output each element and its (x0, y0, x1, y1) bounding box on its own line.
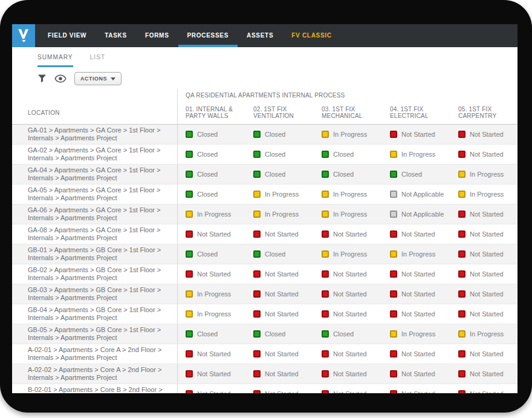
status-cell[interactable]: In Progress (177, 304, 245, 324)
status-cell[interactable]: Not Started (177, 264, 245, 284)
location-cell[interactable]: GB-03 > Apartments > GB Core > 1st Floor… (12, 284, 177, 304)
status-cell[interactable]: Not Started (450, 364, 517, 384)
status-cell[interactable]: Not Started (450, 264, 517, 284)
status-cell[interactable]: Not Started (450, 284, 517, 304)
status-cell[interactable]: Closed (245, 244, 314, 264)
status-cell[interactable]: Closed (177, 185, 245, 204)
status-cell[interactable]: Not Started (314, 384, 382, 393)
status-cell[interactable]: Not Started (177, 384, 245, 393)
status-cell[interactable]: Not Started (177, 344, 245, 364)
status-cell[interactable]: Not Started (245, 284, 314, 304)
status-cell[interactable]: In Progress (314, 125, 382, 144)
status-cell[interactable]: In Progress (314, 204, 382, 224)
status-cell[interactable]: Not Started (450, 304, 517, 324)
status-cell[interactable]: Closed (245, 125, 314, 144)
status-cell[interactable]: In Progress (382, 244, 450, 264)
status-cell[interactable]: In Progress (382, 324, 450, 344)
status-cell[interactable]: Not Applicable (382, 185, 450, 204)
status-cell[interactable]: Not Started (245, 344, 314, 364)
fieldview-logo[interactable] (12, 24, 35, 47)
status-cell[interactable]: Not Started (314, 284, 382, 304)
status-cell[interactable]: In Progress (314, 244, 382, 264)
status-cell[interactable]: Not Started (450, 244, 517, 264)
location-cell[interactable]: GA-02 > Apartments > GA Core > 1st Floor… (12, 145, 177, 164)
status-cell[interactable]: Not Started (177, 364, 245, 384)
status-label: Not Started (470, 131, 504, 138)
status-cell[interactable]: Closed (177, 324, 245, 344)
status-cell[interactable]: In Progress (177, 204, 245, 224)
status-cell[interactable]: In Progress (450, 185, 517, 204)
status-label: In Progress (470, 171, 504, 178)
status-cell[interactable]: Closed (245, 165, 314, 184)
status-cell[interactable]: In Progress (450, 324, 517, 344)
status-cell[interactable]: In Progress (245, 185, 314, 204)
location-cell[interactable]: A-02-02 > Apartments > Core A > 2nd Floo… (12, 364, 177, 384)
status-cell[interactable]: Not Started (382, 304, 450, 324)
location-cell[interactable]: GA-01 > Apartments > GA Core > 1st Floor… (12, 125, 177, 144)
nav-tab-forms[interactable]: FORMS (136, 24, 178, 47)
status-cell[interactable]: Not Started (450, 204, 517, 224)
status-cell[interactable]: Not Started (382, 125, 450, 144)
location-cell[interactable]: GB-04 > Apartments > GB Core > 1st Floor… (12, 304, 177, 324)
location-cell[interactable]: B-02-01 > Apartments > Core B > 2nd Floo… (12, 384, 177, 393)
status-cell[interactable]: Closed (382, 165, 450, 184)
status-cell[interactable]: Not Started (382, 364, 450, 384)
location-cell[interactable]: GB-01 > Apartments > GB Core > 1st Floor… (12, 244, 177, 264)
location-cell[interactable]: GA-05 > Apartments > GA Core > 1st Floor… (12, 185, 177, 204)
actions-button[interactable]: ACTIONS (74, 72, 122, 85)
eye-icon[interactable] (54, 74, 66, 83)
status-cell[interactable]: Not Started (450, 344, 517, 364)
nav-tab-fv-classic[interactable]: FV CLASSIC (282, 24, 340, 47)
nav-tab-processes[interactable]: PROCESSES (178, 24, 238, 47)
status-cell[interactable]: Not Started (245, 224, 314, 244)
filter-funnel-icon[interactable] (37, 74, 47, 83)
status-cell[interactable]: Not Started (382, 264, 450, 284)
status-cell[interactable]: Not Started (245, 364, 314, 384)
status-cell[interactable]: Closed (314, 165, 382, 184)
status-cell[interactable]: Not Started (177, 224, 245, 244)
status-cell[interactable]: In Progress (450, 165, 517, 184)
location-cell[interactable]: GA-04 > Apartments > GA Core > 1st Floor… (12, 165, 177, 184)
location-cell[interactable]: GA-06 > Apartments > GA Core > 1st Floor… (12, 204, 177, 224)
subtab-list[interactable]: LIST (90, 54, 106, 67)
status-cell[interactable]: Not Started (450, 145, 517, 164)
status-cell[interactable]: Not Started (382, 384, 450, 393)
status-cell[interactable]: Not Applicable (382, 204, 450, 224)
status-cell[interactable]: Not Started (382, 344, 450, 364)
status-cell[interactable]: Closed (177, 125, 245, 144)
status-cell[interactable]: Not Started (314, 304, 382, 324)
nav-tab-assets[interactable]: ASSETS (238, 24, 282, 47)
status-cell[interactable]: Not Started (245, 384, 314, 393)
location-cell[interactable]: GB-02 > Apartments > GB Core > 1st Floor… (12, 264, 177, 284)
status-cell[interactable]: In Progress (177, 284, 245, 304)
status-cell[interactable]: Not Started (382, 284, 450, 304)
status-cell[interactable]: Closed (245, 324, 314, 344)
subtab-summary[interactable]: SUMMARY (37, 54, 73, 67)
status-cell[interactable]: Not Started (245, 264, 314, 284)
status-cell[interactable]: Not Started (450, 125, 517, 144)
nav-tab-field-view[interactable]: FIELD VIEW (39, 24, 96, 47)
status-not-started-icon (322, 350, 329, 358)
status-cell[interactable]: In Progress (245, 204, 314, 224)
location-cell[interactable]: GB-05 > Apartments > GB Core > 1st Floor… (12, 324, 177, 344)
status-cell[interactable]: In Progress (314, 185, 382, 204)
status-cell[interactable]: Closed (177, 244, 245, 264)
status-cell[interactable]: Closed (314, 324, 382, 344)
status-cell[interactable]: Not Started (450, 384, 517, 393)
nav-tab-tasks[interactable]: TASKS (96, 24, 136, 47)
status-cell[interactable]: Not Started (314, 264, 382, 284)
status-cell[interactable]: Not Started (314, 364, 382, 384)
location-cell[interactable]: A-02-01 > Apartments > Core A > 2nd Floo… (12, 344, 177, 364)
status-cell[interactable]: Closed (245, 145, 314, 164)
status-label: Not Started (265, 290, 299, 298)
status-cell[interactable]: Closed (177, 145, 245, 164)
status-cell[interactable]: Closed (177, 165, 245, 184)
status-cell[interactable]: Not Started (314, 224, 382, 244)
status-cell[interactable]: Not Started (382, 224, 450, 244)
status-cell[interactable]: In Progress (382, 145, 450, 164)
status-cell[interactable]: Closed (314, 145, 382, 164)
status-cell[interactable]: Not Started (314, 344, 382, 364)
status-cell[interactable]: Not Started (450, 224, 517, 244)
status-cell[interactable]: Not Started (245, 304, 314, 324)
location-cell[interactable]: GA-08 > Apartments > GA Core > 1st Floor… (12, 224, 177, 244)
